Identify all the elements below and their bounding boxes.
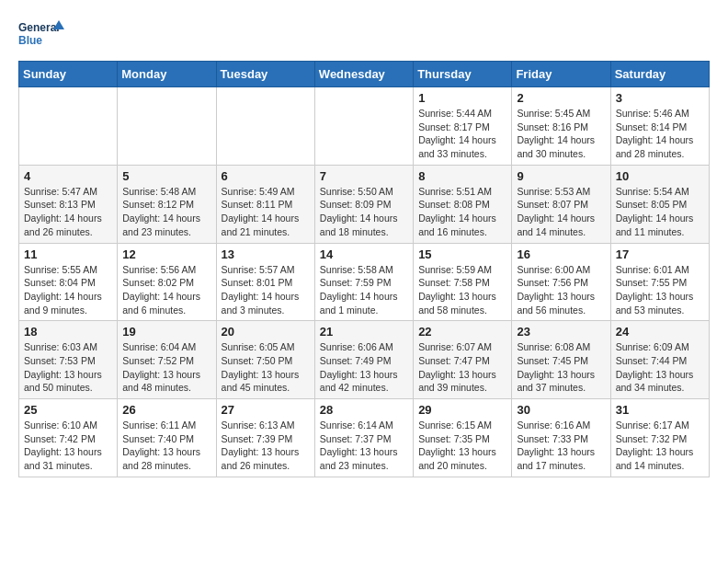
calendar-cell: [118, 87, 216, 166]
day-number: 24: [616, 325, 704, 339]
day-detail: Sunrise: 5:53 AM Sunset: 8:07 PM Dayligh…: [517, 185, 605, 239]
day-number: 26: [122, 403, 210, 417]
day-number: 6: [222, 169, 310, 183]
calendar-cell: 7Sunrise: 5:50 AM Sunset: 8:09 PM Daylig…: [314, 165, 413, 243]
page-header: General Blue: [18, 18, 710, 52]
col-header-tuesday: Tuesday: [216, 62, 314, 87]
calendar-cell: 24Sunrise: 6:09 AM Sunset: 7:44 PM Dayli…: [610, 321, 709, 399]
day-number: 3: [616, 91, 704, 105]
day-detail: Sunrise: 6:17 AM Sunset: 7:32 PM Dayligh…: [616, 419, 704, 473]
svg-text:Blue: Blue: [18, 34, 42, 47]
calendar-week-5: 25Sunrise: 6:10 AM Sunset: 7:42 PM Dayli…: [19, 399, 710, 477]
day-detail: Sunrise: 6:13 AM Sunset: 7:39 PM Dayligh…: [222, 419, 310, 473]
calendar-cell: 14Sunrise: 5:58 AM Sunset: 7:59 PM Dayli…: [314, 243, 413, 321]
calendar-cell: 3Sunrise: 5:46 AM Sunset: 8:14 PM Daylig…: [610, 87, 709, 166]
calendar-cell: 4Sunrise: 5:47 AM Sunset: 8:13 PM Daylig…: [19, 165, 118, 243]
day-number: 31: [616, 403, 704, 417]
day-number: 12: [122, 247, 210, 261]
day-number: 25: [24, 403, 112, 417]
calendar-cell: 27Sunrise: 6:13 AM Sunset: 7:39 PM Dayli…: [216, 399, 314, 477]
day-number: 22: [418, 325, 506, 339]
day-detail: Sunrise: 5:57 AM Sunset: 8:01 PM Dayligh…: [222, 263, 310, 317]
calendar-week-3: 11Sunrise: 5:55 AM Sunset: 8:04 PM Dayli…: [19, 243, 710, 321]
calendar-cell: [19, 87, 118, 166]
day-detail: Sunrise: 5:44 AM Sunset: 8:17 PM Dayligh…: [418, 107, 506, 161]
day-number: 8: [418, 169, 506, 183]
day-number: 7: [320, 169, 408, 183]
calendar-cell: 28Sunrise: 6:14 AM Sunset: 7:37 PM Dayli…: [314, 399, 413, 477]
svg-text:General: General: [18, 21, 60, 34]
calendar-cell: 15Sunrise: 5:59 AM Sunset: 7:58 PM Dayli…: [414, 243, 512, 321]
day-number: 28: [320, 403, 408, 417]
day-detail: Sunrise: 5:50 AM Sunset: 8:09 PM Dayligh…: [320, 185, 408, 239]
day-detail: Sunrise: 5:47 AM Sunset: 8:13 PM Dayligh…: [24, 185, 112, 239]
day-detail: Sunrise: 5:58 AM Sunset: 7:59 PM Dayligh…: [320, 263, 408, 317]
calendar-week-2: 4Sunrise: 5:47 AM Sunset: 8:13 PM Daylig…: [19, 165, 710, 243]
day-number: 27: [222, 403, 310, 417]
day-number: 1: [418, 91, 506, 105]
calendar-cell: 25Sunrise: 6:10 AM Sunset: 7:42 PM Dayli…: [19, 399, 118, 477]
day-number: 2: [517, 91, 605, 105]
day-detail: Sunrise: 6:10 AM Sunset: 7:42 PM Dayligh…: [24, 419, 112, 473]
col-header-saturday: Saturday: [610, 62, 709, 87]
day-detail: Sunrise: 5:49 AM Sunset: 8:11 PM Dayligh…: [222, 185, 310, 239]
day-detail: Sunrise: 6:11 AM Sunset: 7:40 PM Dayligh…: [122, 419, 210, 473]
day-detail: Sunrise: 6:07 AM Sunset: 7:47 PM Dayligh…: [418, 340, 506, 395]
calendar-cell: 8Sunrise: 5:51 AM Sunset: 8:08 PM Daylig…: [414, 165, 512, 243]
day-number: 11: [24, 247, 112, 261]
calendar-cell: 19Sunrise: 6:04 AM Sunset: 7:52 PM Dayli…: [118, 321, 216, 399]
calendar-cell: 23Sunrise: 6:08 AM Sunset: 7:45 PM Dayli…: [512, 321, 610, 399]
calendar-cell: 22Sunrise: 6:07 AM Sunset: 7:47 PM Dayli…: [414, 321, 512, 399]
day-number: 13: [222, 247, 310, 261]
day-detail: Sunrise: 5:54 AM Sunset: 8:05 PM Dayligh…: [616, 185, 704, 239]
calendar-cell: 12Sunrise: 5:56 AM Sunset: 8:02 PM Dayli…: [118, 243, 216, 321]
day-detail: Sunrise: 6:08 AM Sunset: 7:45 PM Dayligh…: [517, 340, 605, 395]
day-detail: Sunrise: 5:51 AM Sunset: 8:08 PM Dayligh…: [418, 185, 506, 239]
day-detail: Sunrise: 5:45 AM Sunset: 8:16 PM Dayligh…: [517, 107, 605, 161]
calendar-table: SundayMondayTuesdayWednesdayThursdayFrid…: [18, 61, 710, 477]
day-detail: Sunrise: 5:48 AM Sunset: 8:12 PM Dayligh…: [122, 185, 210, 239]
calendar-cell: 16Sunrise: 6:00 AM Sunset: 7:56 PM Dayli…: [512, 243, 610, 321]
day-number: 21: [320, 325, 408, 339]
logo: General Blue: [18, 18, 64, 52]
calendar-cell: 2Sunrise: 5:45 AM Sunset: 8:16 PM Daylig…: [512, 87, 610, 166]
day-detail: Sunrise: 5:59 AM Sunset: 7:58 PM Dayligh…: [418, 263, 506, 317]
day-detail: Sunrise: 6:14 AM Sunset: 7:37 PM Dayligh…: [320, 419, 408, 473]
day-number: 19: [122, 325, 210, 339]
calendar-cell: 9Sunrise: 5:53 AM Sunset: 8:07 PM Daylig…: [512, 165, 610, 243]
calendar-cell: 21Sunrise: 6:06 AM Sunset: 7:49 PM Dayli…: [314, 321, 413, 399]
day-detail: Sunrise: 6:06 AM Sunset: 7:49 PM Dayligh…: [320, 340, 408, 395]
logo-svg: General Blue: [18, 18, 64, 52]
day-number: 16: [517, 247, 605, 261]
calendar-cell: 29Sunrise: 6:15 AM Sunset: 7:35 PM Dayli…: [414, 399, 512, 477]
col-header-friday: Friday: [512, 62, 610, 87]
calendar-header-row: SundayMondayTuesdayWednesdayThursdayFrid…: [19, 62, 710, 87]
col-header-sunday: Sunday: [19, 62, 118, 87]
calendar-cell: 17Sunrise: 6:01 AM Sunset: 7:55 PM Dayli…: [610, 243, 709, 321]
calendar-cell: 5Sunrise: 5:48 AM Sunset: 8:12 PM Daylig…: [118, 165, 216, 243]
day-number: 14: [320, 247, 408, 261]
day-detail: Sunrise: 6:03 AM Sunset: 7:53 PM Dayligh…: [24, 340, 112, 395]
day-detail: Sunrise: 6:05 AM Sunset: 7:50 PM Dayligh…: [222, 340, 310, 395]
calendar-cell: 18Sunrise: 6:03 AM Sunset: 7:53 PM Dayli…: [19, 321, 118, 399]
day-detail: Sunrise: 6:15 AM Sunset: 7:35 PM Dayligh…: [418, 419, 506, 473]
day-detail: Sunrise: 6:01 AM Sunset: 7:55 PM Dayligh…: [616, 263, 704, 317]
day-detail: Sunrise: 6:16 AM Sunset: 7:33 PM Dayligh…: [517, 419, 605, 473]
calendar-cell: 10Sunrise: 5:54 AM Sunset: 8:05 PM Dayli…: [610, 165, 709, 243]
calendar-cell: [216, 87, 314, 166]
calendar-cell: 13Sunrise: 5:57 AM Sunset: 8:01 PM Dayli…: [216, 243, 314, 321]
calendar-cell: [314, 87, 413, 166]
calendar-week-1: 1Sunrise: 5:44 AM Sunset: 8:17 PM Daylig…: [19, 87, 710, 166]
calendar-cell: 1Sunrise: 5:44 AM Sunset: 8:17 PM Daylig…: [414, 87, 512, 166]
day-number: 4: [24, 169, 112, 183]
col-header-monday: Monday: [118, 62, 216, 87]
day-number: 17: [616, 247, 704, 261]
day-detail: Sunrise: 5:56 AM Sunset: 8:02 PM Dayligh…: [122, 263, 210, 317]
day-number: 30: [517, 403, 605, 417]
day-number: 15: [418, 247, 506, 261]
calendar-cell: 6Sunrise: 5:49 AM Sunset: 8:11 PM Daylig…: [216, 165, 314, 243]
calendar-cell: 26Sunrise: 6:11 AM Sunset: 7:40 PM Dayli…: [118, 399, 216, 477]
day-number: 23: [517, 325, 605, 339]
col-header-thursday: Thursday: [414, 62, 512, 87]
day-number: 10: [616, 169, 704, 183]
